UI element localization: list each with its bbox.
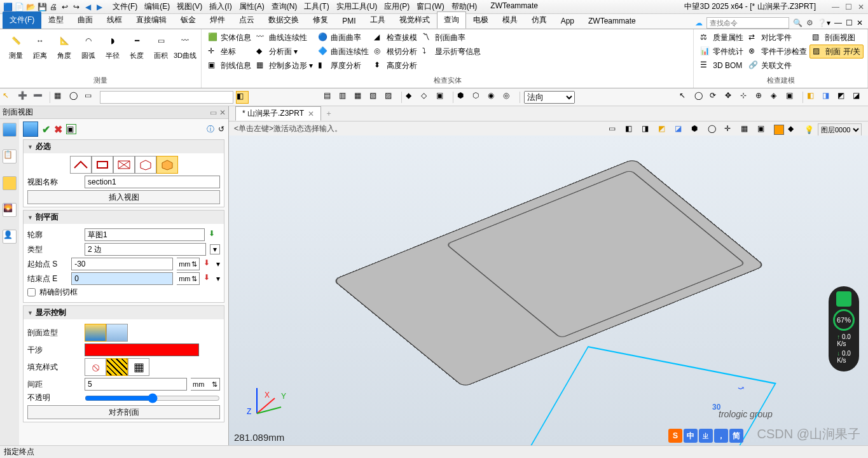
select-mode-icon[interactable]: ▦ (54, 91, 67, 104)
tab-wireframe[interactable]: 线框 (100, 11, 129, 29)
tab-exchange[interactable]: 数据交换 (261, 11, 306, 29)
filter-combo[interactable] (100, 91, 233, 104)
start-drop-icon[interactable]: ▾ (216, 260, 220, 268)
gear-icon[interactable]: ⚙ (806, 18, 813, 27)
search-icon[interactable]: 🔍 (793, 18, 803, 27)
btn-height[interactable]: ⬍高度分析 (371, 59, 420, 73)
btn-compare[interactable]: ⇄对比零件 (746, 31, 809, 45)
redo-icon[interactable]: ↪ (71, 2, 81, 12)
sb-right-4[interactable]: ✥ (725, 91, 738, 104)
sb-icon-12[interactable]: ◎ (503, 91, 516, 104)
add-icon[interactable]: ➕ (18, 91, 31, 104)
btn-thickness[interactable]: ▮厚度分析 (315, 59, 371, 73)
btn-ctrl-poly[interactable]: ▦控制多边形 ▾ (254, 59, 315, 73)
btn-linked[interactable]: 🔗关联文件 (746, 59, 809, 73)
profile-pick-icon[interactable]: ⬇ (209, 229, 220, 240)
sb-icon-8[interactable]: ▣ (436, 91, 449, 104)
profile-input[interactable] (85, 228, 205, 241)
opacity-slider[interactable] (85, 393, 220, 403)
btn-curve-cont[interactable]: 〰曲线连续性 (254, 31, 315, 45)
add-tab-icon[interactable]: ＋ (325, 108, 333, 119)
panel-close-icon[interactable]: ✕ (219, 108, 226, 117)
sectype-3[interactable] (113, 156, 135, 174)
end-pick-icon[interactable]: ⬇ (203, 273, 212, 284)
tab-repair[interactable]: 修复 (306, 11, 335, 29)
help-dropdown-icon[interactable]: ❔▾ (817, 18, 830, 27)
start-input[interactable] (71, 258, 173, 270)
sb-right-5[interactable]: ⊹ (740, 91, 753, 104)
btn-bend-info[interactable]: ⤵显示折弯信息 (420, 45, 483, 59)
btn-section-toggle[interactable]: ▨剖面 开/关 (809, 45, 864, 59)
inner-max-icon[interactable]: ☐ (846, 18, 853, 27)
sb-right-1[interactable]: ↖ (679, 91, 692, 104)
btn-undercut[interactable]: ◎根切分析 (371, 45, 420, 59)
btn-distance[interactable]: ↔距离 (28, 31, 52, 74)
sb-icon-3[interactable]: ▦ (354, 91, 367, 104)
new-icon[interactable]: 📄 (14, 2, 24, 12)
hatch-grid[interactable]: ▦ (128, 358, 149, 376)
tab-visual[interactable]: 视觉样式 (392, 11, 437, 29)
sb-right-3[interactable]: ⟳ (710, 91, 722, 104)
btn-bom[interactable]: ☰3D BOM (698, 59, 746, 73)
inner-min-icon[interactable]: — (834, 18, 842, 27)
tab-electrode[interactable]: 电极 (466, 11, 495, 29)
filter2-icon[interactable]: ▭ (85, 91, 97, 104)
sb-right-7[interactable]: ◈ (771, 91, 783, 104)
btn-part-stats[interactable]: 📊零件统计 (698, 45, 746, 59)
print-icon[interactable]: 🖨 (48, 2, 59, 12)
end-unit[interactable]: mm⇅ (177, 272, 200, 285)
vt-4[interactable]: ◩ (658, 124, 671, 135)
vt-5[interactable]: ◪ (675, 124, 687, 135)
restore-icon[interactable]: ☐ (844, 3, 853, 11)
tab-zwteammate[interactable]: ZWTeammate (581, 13, 643, 29)
hatch-none[interactable]: ⦸ (85, 358, 106, 376)
sectype-2[interactable] (92, 156, 113, 174)
tab-app[interactable]: App (554, 13, 581, 29)
remove-icon[interactable]: ➖ (33, 91, 46, 104)
vt-color[interactable] (774, 125, 784, 135)
insert-view-button[interactable]: 插入视图 (27, 190, 220, 204)
bulb-icon[interactable]: 💡 (804, 125, 814, 134)
btn-coord[interactable]: ✛坐标 (205, 45, 254, 59)
btn-length[interactable]: ━长度 (125, 31, 149, 74)
undo-icon[interactable]: ↩ (60, 2, 70, 12)
search-input[interactable] (706, 17, 789, 29)
vt-3[interactable]: ◨ (642, 124, 654, 135)
align-section-button[interactable]: 对齐剖面 (27, 405, 220, 419)
tab-pointcloud[interactable]: 点云 (232, 11, 261, 29)
btn-arc[interactable]: ◠圆弧 (76, 31, 100, 74)
type-input[interactable] (85, 243, 206, 256)
btn-angle[interactable]: 📐角度 (52, 31, 76, 74)
sb-right-8[interactable]: ▣ (786, 91, 799, 104)
pointer-icon[interactable]: ↖ (3, 91, 15, 104)
precise-checkbox[interactable] (27, 288, 36, 296)
vt-1[interactable]: ▭ (609, 124, 621, 135)
cloud-icon[interactable]: ☁ (695, 18, 703, 27)
spacing-unit[interactable]: mm⇅ (191, 378, 220, 391)
panel-dock-icon[interactable]: ▭ (210, 108, 217, 117)
end-input[interactable] (71, 272, 173, 285)
vt-8[interactable]: ✛ (724, 124, 737, 135)
type-dropdown-icon[interactable]: ▾ (210, 244, 220, 254)
tab-query[interactable]: 查询 (437, 11, 466, 29)
btn-entity-info[interactable]: 🟩实体信息 (205, 31, 254, 45)
btn-radius[interactable]: ◗半径 (100, 31, 125, 74)
tab-surface[interactable]: 曲面 (71, 11, 100, 29)
sb-right-12[interactable]: ◪ (853, 91, 865, 104)
tab-sim[interactable]: 仿真 (525, 11, 554, 29)
btn-area[interactable]: ▭面积 (149, 31, 173, 74)
filter-icon[interactable]: ◯ (69, 91, 82, 104)
sb-icon-1[interactable]: ▤ (324, 91, 336, 104)
vt-9[interactable]: ▦ (741, 124, 754, 135)
style-wire[interactable] (106, 324, 128, 342)
sb-right-10[interactable]: ◨ (822, 91, 835, 104)
hatch-diag[interactable] (106, 358, 128, 376)
ime-bar[interactable]: S 中 ㄓ ， 简 (668, 429, 743, 443)
tab-sheetmetal[interactable]: 钣金 (174, 11, 203, 29)
sb-right-11[interactable]: ◩ (837, 91, 850, 104)
interfere-color[interactable] (85, 344, 199, 356)
sb-icon-7[interactable]: ◇ (421, 91, 434, 104)
sb-right-9[interactable]: ◧ (807, 91, 820, 104)
sb-right-2[interactable]: ◯ (694, 91, 707, 104)
tab-modeling[interactable]: 造型 (41, 11, 71, 29)
